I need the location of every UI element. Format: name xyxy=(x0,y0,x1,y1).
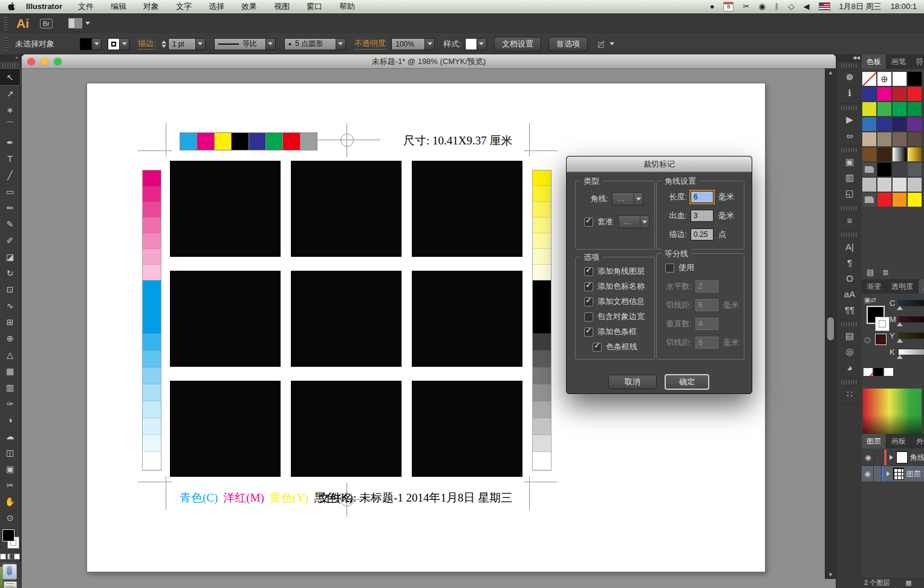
gradient-tool[interactable]: ▥ xyxy=(0,379,20,395)
scroll-up-icon[interactable]: ▲ xyxy=(828,69,833,76)
swatch-gradient[interactable] xyxy=(892,147,907,162)
pen-tool[interactable]: ✒ xyxy=(0,134,20,150)
use-dividers-checkbox[interactable] xyxy=(665,263,674,273)
menu-文字[interactable]: 文字 xyxy=(176,1,192,12)
opacity-label[interactable]: 不透明度: xyxy=(354,38,388,50)
fill-color-caret[interactable] xyxy=(92,38,102,50)
cmyk-handle[interactable] xyxy=(897,306,903,310)
swatch-color[interactable] xyxy=(877,162,892,177)
arrange-documents-caret-icon[interactable] xyxy=(85,22,90,25)
separations-preview-icon[interactable]: ◕ xyxy=(837,360,862,375)
layer-expand-icon[interactable] xyxy=(887,471,890,476)
divider-input[interactable]: 6 xyxy=(695,337,718,349)
cancel-button[interactable]: 取消 xyxy=(608,375,657,389)
scroll-down-icon[interactable]: ▼ xyxy=(828,572,833,578)
dock-grip[interactable] xyxy=(841,148,858,152)
paintbrush-tool[interactable]: ✏ xyxy=(0,199,20,216)
cmyk-track[interactable] xyxy=(898,300,924,306)
visibility-eye-icon[interactable]: ◉ xyxy=(862,450,875,465)
menubar-date[interactable]: 1月8日 周三 xyxy=(839,0,882,13)
menu-帮助[interactable]: 帮助 xyxy=(339,1,355,12)
brush-caret[interactable] xyxy=(336,38,346,50)
swatch-libraries-icon[interactable]: ▤ xyxy=(867,268,874,277)
layer-thumbnail[interactable] xyxy=(896,451,908,464)
swatch-color[interactable] xyxy=(877,147,892,162)
swatch-color[interactable] xyxy=(892,162,907,177)
type-tool[interactable]: T xyxy=(0,150,20,167)
input-flag-icon[interactable] xyxy=(819,2,830,10)
option-checkbox[interactable] xyxy=(584,312,593,321)
white-swatch[interactable] xyxy=(883,367,894,376)
menu-选择[interactable]: 选择 xyxy=(209,1,224,12)
option-checkbox[interactable] xyxy=(584,267,593,276)
fill-stroke-control[interactable] xyxy=(2,528,18,552)
rotate-tool[interactable]: ↻ xyxy=(0,265,20,281)
menu-效果[interactable]: 效果 xyxy=(241,1,257,12)
links-icon[interactable]: ∞ xyxy=(837,128,862,143)
visibility-eye-icon[interactable]: ◉ xyxy=(862,466,874,482)
setting-input[interactable]: 6 xyxy=(691,191,714,203)
magic-wand-tool[interactable]: ∗ xyxy=(0,102,20,118)
graph-tool[interactable]: ◫ xyxy=(0,444,20,460)
swatch-color[interactable] xyxy=(862,147,877,162)
cmyk-slider-K[interactable]: K xyxy=(890,347,924,356)
dock-collapse-icon[interactable]: ◀◀ xyxy=(837,54,862,62)
menu-编辑[interactable]: 编辑 xyxy=(111,1,126,12)
fill-color-swatch[interactable] xyxy=(80,38,92,50)
swatch-color[interactable] xyxy=(907,132,922,147)
align-icon[interactable]: ∷ xyxy=(837,386,862,402)
style-caret[interactable] xyxy=(477,38,487,50)
actions-icon[interactable]: ▶ xyxy=(837,112,862,128)
direct-selection-tool[interactable]: ↗ xyxy=(0,85,20,102)
volume-icon[interactable]: ◀ xyxy=(804,0,810,13)
cmyk-slider-C[interactable]: C xyxy=(890,299,924,307)
tab-透明度[interactable]: 透明度 xyxy=(887,279,919,294)
character-icon[interactable]: A| xyxy=(837,239,862,254)
eyedropper-tool[interactable]: ✑ xyxy=(0,395,20,412)
document-info-icon[interactable]: ▤ xyxy=(837,328,862,344)
go-to-bridge-button[interactable]: Br xyxy=(40,19,53,28)
color-button[interactable] xyxy=(0,554,6,560)
swatch-color[interactable] xyxy=(877,132,892,147)
none-button[interactable] xyxy=(14,554,20,560)
swatch-color[interactable] xyxy=(907,177,922,192)
symbol-sprayer-tool[interactable]: ☁ xyxy=(0,428,20,444)
profile-caret[interactable] xyxy=(266,38,276,50)
stroke-weight-stepper[interactable] xyxy=(161,40,166,48)
tab-颜色[interactable]: 颜色 xyxy=(919,279,924,294)
app-menu[interactable]: Illustrator xyxy=(26,2,62,11)
swap-fill-stroke-icon[interactable]: ▣⇄ xyxy=(864,296,876,304)
swatch-color[interactable] xyxy=(877,86,892,102)
preferences-button[interactable]: 首选项 xyxy=(548,37,588,51)
setting-input[interactable]: 3 xyxy=(691,210,714,222)
dock-grip[interactable] xyxy=(841,106,858,110)
menu-文件[interactable]: 文件 xyxy=(78,1,94,12)
cutter-icon[interactable]: ✂ xyxy=(743,0,749,13)
cmyk-slider-M[interactable]: M xyxy=(890,315,924,323)
dock-grip[interactable] xyxy=(841,233,858,237)
selection-tool[interactable]: ↖ xyxy=(0,69,20,85)
layer-name[interactable]: 角线 xyxy=(910,453,924,463)
none-swatch[interactable] xyxy=(863,367,873,376)
swatch-color[interactable] xyxy=(862,132,877,147)
menu-视图[interactable]: 视图 xyxy=(274,1,290,12)
select-similar-caret-icon[interactable] xyxy=(610,42,614,45)
swatch-registration[interactable]: ⊕ xyxy=(877,71,892,86)
swatch-color[interactable] xyxy=(907,71,922,86)
cmyk-track[interactable] xyxy=(898,332,924,339)
dock-grip[interactable] xyxy=(841,63,858,68)
black-swatch[interactable] xyxy=(873,367,883,376)
swatch-color[interactable] xyxy=(892,177,907,192)
layer-thumbnail[interactable] xyxy=(893,468,903,480)
swatch-color[interactable] xyxy=(892,71,907,86)
shape-builder-tool[interactable]: ⊕ xyxy=(0,330,20,346)
color-guide-icon[interactable]: ☸ xyxy=(837,69,862,85)
menu-对象[interactable]: 对象 xyxy=(143,1,159,12)
option-checkbox[interactable] xyxy=(584,297,593,306)
paragraph-styles-icon[interactable]: ¶¶ xyxy=(837,302,862,317)
flattener-preview-icon[interactable]: ▥ xyxy=(837,170,862,186)
tab-画笔[interactable]: 画笔 xyxy=(887,54,911,69)
brush-definition[interactable]: ● 5 点圆形 xyxy=(284,38,336,50)
layer-expand-icon[interactable] xyxy=(890,455,893,460)
document-setup-button[interactable]: 文档设置 xyxy=(494,37,541,51)
